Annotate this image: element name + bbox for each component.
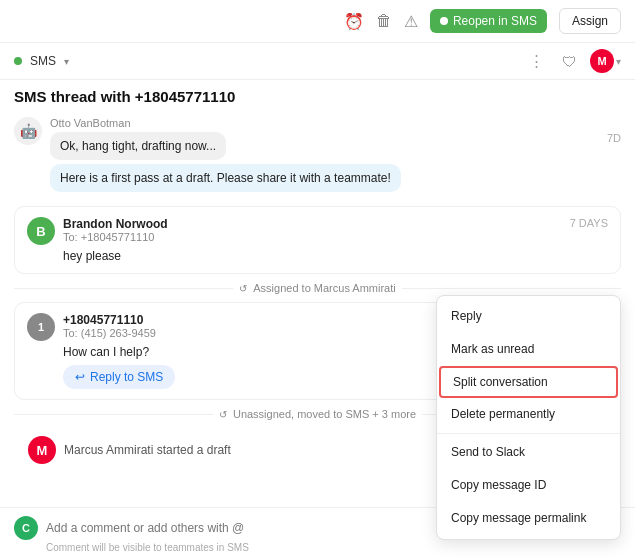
sms-chevron[interactable]: ▾ bbox=[64, 56, 69, 67]
marcus-text: Marcus Ammirati started a draft bbox=[64, 443, 231, 457]
more-options-icon[interactable]: ⋮ bbox=[524, 50, 549, 72]
bot-content: Otto VanBotman Ok, hang tight, drafting … bbox=[50, 117, 621, 196]
reply-sms-button[interactable]: ↩ Reply to SMS bbox=[63, 365, 175, 389]
brandon-message: B Brandon Norwood To: +18045771110 7 DAY… bbox=[14, 206, 621, 274]
assigned-icon: ↺ bbox=[239, 283, 247, 294]
menu-item-reply[interactable]: Reply bbox=[437, 300, 620, 333]
bot-avatar: 🤖 bbox=[14, 117, 42, 145]
reopen-button[interactable]: Reopen in SMS bbox=[430, 9, 547, 33]
trash-icon[interactable]: 🗑 bbox=[376, 12, 392, 30]
bot-bubble-1: Ok, hang tight, drafting now... bbox=[50, 132, 226, 160]
reopen-dot bbox=[440, 17, 448, 25]
assign-button[interactable]: Assign bbox=[559, 8, 621, 34]
avatar-chevron[interactable]: ▾ bbox=[616, 56, 621, 67]
brandon-to: To: +18045771110 bbox=[63, 231, 608, 243]
menu-divider bbox=[437, 433, 620, 434]
menu-item-split-conversation[interactable]: Split conversation bbox=[439, 366, 618, 399]
warning-icon[interactable]: ⚠ bbox=[404, 12, 418, 31]
menu-item-slack[interactable]: Send to Slack bbox=[437, 436, 620, 469]
menu-item-delete[interactable]: Delete permanently bbox=[437, 398, 620, 431]
assigned-text: Assigned to Marcus Ammirati bbox=[253, 282, 395, 294]
menu-item-copy-id[interactable]: Copy message ID bbox=[437, 469, 620, 502]
shield-icon[interactable]: 🛡 bbox=[557, 51, 582, 72]
bot-name: Otto VanBotman bbox=[50, 117, 621, 129]
brandon-name: Brandon Norwood bbox=[63, 217, 608, 231]
marcus-avatar: M bbox=[28, 436, 56, 464]
avatar: M bbox=[590, 49, 614, 73]
commenter-avatar: C bbox=[14, 516, 38, 540]
menu-item-copy-permalink[interactable]: Copy message permalink bbox=[437, 502, 620, 535]
reopen-label: Reopen in SMS bbox=[453, 14, 537, 28]
comment-hint: Comment will be visible to teammates in … bbox=[14, 540, 621, 553]
divider-line-right bbox=[402, 288, 621, 289]
brandon-avatar: B bbox=[27, 217, 55, 245]
menu-item-mark-unread[interactable]: Mark as unread bbox=[437, 333, 620, 366]
alarm-icon[interactable]: ⏰ bbox=[344, 12, 364, 31]
bot-timestamp: 7D bbox=[607, 132, 621, 144]
unassigned-text: Unassigned, moved to SMS + 3 more bbox=[233, 408, 416, 420]
sms-avatar: 1 bbox=[27, 313, 55, 341]
reply-sms-label: Reply to SMS bbox=[90, 370, 163, 384]
brandon-meta: Brandon Norwood To: +18045771110 bbox=[63, 217, 608, 243]
divider-line-left bbox=[14, 288, 233, 289]
brandon-timestamp: 7 DAYS bbox=[570, 217, 608, 229]
avatar-group: M ▾ bbox=[590, 49, 621, 73]
sub-header: SMS ▾ ⋮ 🛡 M ▾ bbox=[0, 43, 635, 80]
sms-status-dot bbox=[14, 57, 22, 65]
brandon-text: hey please bbox=[27, 249, 608, 263]
bot-message: 🤖 Otto VanBotman Ok, hang tight, draftin… bbox=[14, 117, 621, 196]
divider-line-left2 bbox=[14, 414, 213, 415]
bot-bubble-2: Here is a first pass at a draft. Please … bbox=[50, 164, 401, 192]
reply-arrow-icon: ↩ bbox=[75, 370, 85, 384]
context-menu: Reply Mark as unread Split conversation … bbox=[436, 295, 621, 540]
sms-label[interactable]: SMS bbox=[30, 54, 56, 68]
brandon-header: B Brandon Norwood To: +18045771110 bbox=[27, 217, 608, 245]
assigned-divider: ↺ Assigned to Marcus Ammirati bbox=[14, 282, 621, 294]
thread-title: SMS thread with +18045771110 bbox=[0, 80, 635, 109]
unassigned-icon: ↺ bbox=[219, 409, 227, 420]
top-bar: ⏰ 🗑 ⚠ Reopen in SMS Assign bbox=[0, 0, 635, 43]
